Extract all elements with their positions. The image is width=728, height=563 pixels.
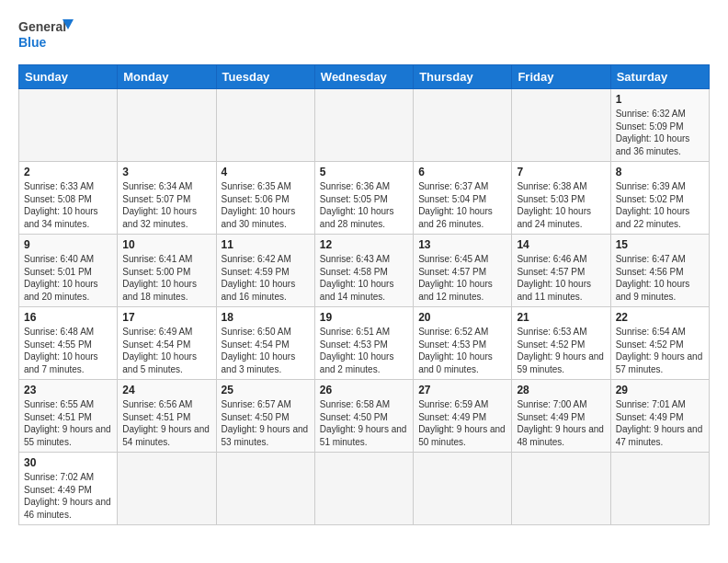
- day-info: Sunrise: 6:33 AM Sunset: 5:08 PM Dayligh…: [24, 180, 112, 230]
- calendar-cell: 30Sunrise: 7:02 AM Sunset: 4:49 PM Dayli…: [19, 453, 118, 525]
- calendar-cell: 8Sunrise: 6:39 AM Sunset: 5:02 PM Daylig…: [610, 162, 709, 235]
- calendar-cell: [216, 453, 314, 525]
- day-number: 1: [616, 93, 704, 106]
- day-info: Sunrise: 6:38 AM Sunset: 5:03 PM Dayligh…: [517, 180, 605, 230]
- calendar-cell: 21Sunrise: 6:53 AM Sunset: 4:52 PM Dayli…: [512, 307, 610, 380]
- day-info: Sunrise: 6:59 AM Sunset: 4:49 PM Dayligh…: [418, 398, 506, 448]
- day-number: 21: [517, 311, 605, 324]
- calendar-header-friday: Friday: [512, 65, 610, 89]
- calendar-cell: 7Sunrise: 6:38 AM Sunset: 5:03 PM Daylig…: [512, 162, 610, 235]
- day-number: 6: [418, 166, 506, 178]
- day-info: Sunrise: 6:54 AM Sunset: 4:52 PM Dayligh…: [616, 326, 704, 375]
- calendar-cell: [19, 89, 118, 162]
- calendar-cell: 27Sunrise: 6:59 AM Sunset: 4:49 PM Dayli…: [414, 380, 512, 453]
- calendar-cell: 25Sunrise: 6:57 AM Sunset: 4:50 PM Dayli…: [216, 380, 314, 453]
- calendar-cell: 4Sunrise: 6:35 AM Sunset: 5:06 PM Daylig…: [216, 162, 314, 235]
- day-info: Sunrise: 7:02 AM Sunset: 4:49 PM Dayligh…: [24, 471, 112, 521]
- calendar-week-1: 1Sunrise: 6:32 AM Sunset: 5:09 PM Daylig…: [19, 89, 710, 162]
- calendar-cell: 14Sunrise: 6:46 AM Sunset: 4:57 PM Dayli…: [512, 235, 610, 307]
- svg-text:Blue: Blue: [18, 35, 47, 50]
- day-number: 28: [517, 384, 605, 396]
- calendar-cell: 16Sunrise: 6:48 AM Sunset: 4:55 PM Dayli…: [19, 307, 118, 380]
- day-info: Sunrise: 6:58 AM Sunset: 4:50 PM Dayligh…: [320, 398, 408, 448]
- day-number: 24: [122, 384, 210, 396]
- day-number: 22: [616, 311, 704, 324]
- calendar-week-5: 23Sunrise: 6:55 AM Sunset: 4:51 PM Dayli…: [19, 380, 710, 453]
- day-number: 14: [517, 238, 605, 251]
- day-number: 30: [24, 456, 112, 469]
- day-info: Sunrise: 6:47 AM Sunset: 4:56 PM Dayligh…: [616, 253, 704, 303]
- day-info: Sunrise: 6:48 AM Sunset: 4:55 PM Dayligh…: [24, 326, 112, 375]
- calendar-cell: 22Sunrise: 6:54 AM Sunset: 4:52 PM Dayli…: [610, 307, 709, 380]
- day-info: Sunrise: 6:37 AM Sunset: 5:04 PM Dayligh…: [418, 180, 506, 230]
- day-number: 27: [418, 384, 506, 396]
- calendar-cell: 26Sunrise: 6:58 AM Sunset: 4:50 PM Dayli…: [314, 380, 413, 453]
- calendar-cell: 24Sunrise: 6:56 AM Sunset: 4:51 PM Dayli…: [118, 380, 216, 453]
- calendar-cell: 2Sunrise: 6:33 AM Sunset: 5:08 PM Daylig…: [19, 162, 118, 235]
- day-info: Sunrise: 6:35 AM Sunset: 5:06 PM Dayligh…: [222, 180, 310, 230]
- calendar-cell: 5Sunrise: 6:36 AM Sunset: 5:05 PM Daylig…: [314, 162, 413, 235]
- day-info: Sunrise: 6:53 AM Sunset: 4:52 PM Dayligh…: [517, 326, 605, 375]
- day-number: 12: [320, 238, 408, 251]
- calendar-cell: 15Sunrise: 6:47 AM Sunset: 4:56 PM Dayli…: [610, 235, 709, 307]
- calendar-cell: [314, 453, 413, 525]
- calendar-cell: 23Sunrise: 6:55 AM Sunset: 4:51 PM Dayli…: [19, 380, 118, 453]
- day-number: 7: [517, 166, 605, 178]
- day-number: 4: [222, 166, 310, 178]
- calendar-cell: [512, 453, 610, 525]
- day-info: Sunrise: 6:32 AM Sunset: 5:09 PM Dayligh…: [616, 108, 704, 157]
- calendar-week-4: 16Sunrise: 6:48 AM Sunset: 4:55 PM Dayli…: [19, 307, 710, 380]
- calendar-cell: 3Sunrise: 6:34 AM Sunset: 5:07 PM Daylig…: [118, 162, 216, 235]
- day-info: Sunrise: 6:40 AM Sunset: 5:01 PM Dayligh…: [24, 253, 112, 303]
- calendar-cell: 13Sunrise: 6:45 AM Sunset: 4:57 PM Dayli…: [414, 235, 512, 307]
- calendar-header-thursday: Thursday: [414, 65, 512, 89]
- calendar-week-2: 2Sunrise: 6:33 AM Sunset: 5:08 PM Daylig…: [19, 162, 710, 235]
- day-info: Sunrise: 7:01 AM Sunset: 4:49 PM Dayligh…: [616, 398, 704, 448]
- day-number: 10: [122, 238, 210, 251]
- calendar-cell: [414, 89, 512, 162]
- day-info: Sunrise: 6:57 AM Sunset: 4:50 PM Dayligh…: [222, 398, 310, 448]
- day-info: Sunrise: 6:43 AM Sunset: 4:58 PM Dayligh…: [320, 253, 408, 303]
- day-number: 17: [122, 311, 210, 324]
- day-info: Sunrise: 6:51 AM Sunset: 4:53 PM Dayligh…: [320, 326, 408, 375]
- day-number: 3: [122, 166, 210, 178]
- calendar-cell: 11Sunrise: 6:42 AM Sunset: 4:59 PM Dayli…: [216, 235, 314, 307]
- calendar-cell: 29Sunrise: 7:01 AM Sunset: 4:49 PM Dayli…: [610, 380, 709, 453]
- day-info: Sunrise: 6:49 AM Sunset: 4:54 PM Dayligh…: [122, 326, 210, 375]
- day-number: 15: [616, 238, 704, 251]
- day-number: 5: [320, 166, 408, 178]
- calendar-cell: 20Sunrise: 6:52 AM Sunset: 4:53 PM Dayli…: [414, 307, 512, 380]
- day-number: 8: [616, 166, 704, 178]
- calendar-cell: 1Sunrise: 6:32 AM Sunset: 5:09 PM Daylig…: [610, 89, 709, 162]
- calendar-cell: 18Sunrise: 6:50 AM Sunset: 4:54 PM Dayli…: [216, 307, 314, 380]
- day-info: Sunrise: 7:00 AM Sunset: 4:49 PM Dayligh…: [517, 398, 605, 448]
- calendar-cell: 17Sunrise: 6:49 AM Sunset: 4:54 PM Dayli…: [118, 307, 216, 380]
- day-number: 16: [24, 311, 112, 324]
- day-number: 13: [418, 238, 506, 251]
- day-number: 18: [222, 311, 310, 324]
- day-info: Sunrise: 6:56 AM Sunset: 4:51 PM Dayligh…: [122, 398, 210, 448]
- calendar-cell: [118, 453, 216, 525]
- day-info: Sunrise: 6:50 AM Sunset: 4:54 PM Dayligh…: [222, 326, 310, 375]
- header: General Blue: [18, 15, 710, 55]
- day-number: 23: [24, 384, 112, 396]
- calendar-cell: 6Sunrise: 6:37 AM Sunset: 5:04 PM Daylig…: [414, 162, 512, 235]
- day-number: 2: [24, 166, 112, 178]
- day-number: 29: [616, 384, 704, 396]
- day-info: Sunrise: 6:39 AM Sunset: 5:02 PM Dayligh…: [616, 180, 704, 230]
- calendar-header-saturday: Saturday: [610, 65, 709, 89]
- day-number: 11: [222, 238, 310, 251]
- svg-text:General: General: [18, 19, 66, 34]
- calendar-header-wednesday: Wednesday: [314, 65, 413, 89]
- calendar-cell: [314, 89, 413, 162]
- calendar-cell: [216, 89, 314, 162]
- calendar-cell: [118, 89, 216, 162]
- calendar-header-monday: Monday: [118, 65, 216, 89]
- day-info: Sunrise: 6:36 AM Sunset: 5:05 PM Dayligh…: [320, 180, 408, 230]
- day-number: 20: [418, 311, 506, 324]
- day-number: 19: [320, 311, 408, 324]
- day-info: Sunrise: 6:52 AM Sunset: 4:53 PM Dayligh…: [418, 326, 506, 375]
- day-info: Sunrise: 6:46 AM Sunset: 4:57 PM Dayligh…: [517, 253, 605, 303]
- calendar-week-6: 30Sunrise: 7:02 AM Sunset: 4:49 PM Dayli…: [19, 453, 710, 525]
- calendar-cell: 28Sunrise: 7:00 AM Sunset: 4:49 PM Dayli…: [512, 380, 610, 453]
